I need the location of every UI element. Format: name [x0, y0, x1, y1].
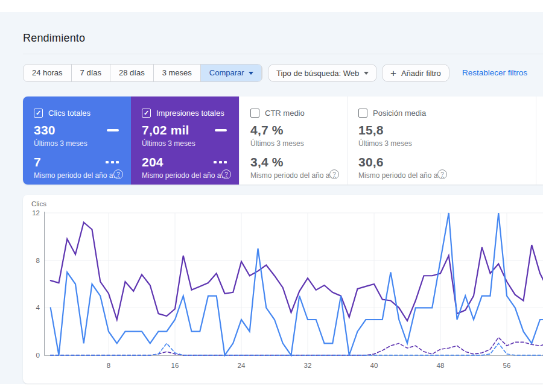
help-icon[interactable]: ? [113, 169, 123, 179]
cards-end-divider [536, 96, 536, 185]
dashed-line-icon [214, 161, 227, 163]
solid-line-icon [215, 129, 227, 131]
y-tick-label: 12 [32, 209, 40, 217]
line-clicks-previous [51, 343, 543, 355]
check-icon: ✓ [144, 110, 149, 116]
y-tick-label: 0 [36, 352, 40, 359]
metric-value-previous: 30,6 [358, 155, 384, 169]
check-icon: ✓ [36, 110, 41, 116]
metric-value-previous: 7 [34, 155, 41, 169]
tab-3-meses[interactable]: 3 meses [153, 65, 200, 81]
help-icon[interactable]: ? [437, 169, 447, 179]
tab-7-dias[interactable]: 7 días [71, 65, 110, 81]
ctr-checkbox[interactable] [250, 109, 259, 118]
x-tick-label: 56 [503, 362, 511, 369]
search-type-label: Tipo de búsqueda: Web [276, 69, 359, 78]
metric-period-previous: Mismo periodo del año a… [142, 171, 229, 180]
metric-value-current: 15,8 [358, 123, 384, 138]
metric-label: CTR medio [265, 109, 305, 118]
y-axis-title: Clics [31, 200, 46, 207]
chevron-down-icon [249, 72, 253, 75]
metric-card-clicks[interactable]: ✓ Clics totales 330 Últimos 3 meses 7 Mi… [23, 96, 131, 185]
clicks-checkbox[interactable]: ✓ [34, 109, 43, 118]
metric-value-current: 4,7 % [250, 123, 284, 138]
date-range-control: 24 horas 7 días 28 días 3 meses Comparar [23, 64, 262, 82]
metric-value-current: 330 [34, 123, 56, 138]
reset-filters-link[interactable]: Restablecer filtros [462, 64, 527, 82]
compare-dropdown[interactable]: Comparar [200, 65, 262, 81]
metric-card-ctr[interactable]: CTR medio 4,7 % Últimos 3 meses 3,4 % Mi… [239, 96, 347, 185]
add-filter-button[interactable]: + Añadir filtro [382, 64, 449, 82]
metric-label: Posición media [373, 109, 426, 118]
metric-card-impressions[interactable]: ✓ Impresiones totales 7,02 mil Últimos 3… [131, 96, 239, 185]
compare-label: Comparar [209, 65, 244, 81]
metric-period-current: Últimos 3 meses [358, 139, 445, 148]
impressions-checkbox[interactable]: ✓ [142, 109, 151, 118]
metric-period-previous: Mismo periodo del año a… [34, 171, 121, 180]
metric-period-current: Últimos 3 meses [250, 139, 337, 148]
y-tick-label: 8 [36, 257, 40, 264]
metric-value-previous: 3,4 % [250, 155, 284, 169]
filter-toolbar: 24 horas 7 días 28 días 3 meses Comparar… [0, 64, 543, 82]
tab-24-horas[interactable]: 24 horas [24, 65, 71, 81]
x-tick-label: 48 [437, 362, 445, 369]
x-tick-label: 8 [107, 362, 110, 369]
x-tick-label: 32 [304, 362, 312, 369]
metric-cards-row: ✓ Clics totales 330 Últimos 3 meses 7 Mi… [23, 96, 543, 185]
dashed-line-icon [106, 161, 119, 163]
x-tick-label: 16 [171, 362, 179, 369]
performance-page: Rendimiento 24 horas 7 días 28 días 3 me… [0, 12, 543, 384]
help-icon[interactable]: ? [329, 169, 339, 179]
metric-period-previous: Mismo periodo del año a… [358, 171, 445, 180]
header-divider [23, 54, 543, 54]
metric-value-previous: 204 [142, 155, 164, 169]
metric-label: Clics totales [48, 109, 91, 118]
solid-line-icon [107, 129, 119, 131]
metric-period-previous: Mismo periodo del año a… [250, 171, 337, 180]
cards-filler [455, 96, 543, 185]
performance-chart-card: Clics816243240485604812 [23, 195, 543, 384]
add-filter-label: Añadir filtro [401, 69, 441, 78]
search-type-dropdown[interactable]: Tipo de búsqueda: Web [268, 64, 377, 82]
position-checkbox[interactable] [358, 109, 367, 118]
performance-chart: Clics816243240485604812 [23, 195, 543, 384]
help-icon[interactable]: ? [221, 169, 231, 179]
x-tick-label: 24 [238, 362, 246, 369]
metric-period-current: Últimos 3 meses [34, 139, 121, 148]
chevron-down-icon [364, 72, 369, 75]
metric-period-current: Últimos 3 meses [142, 139, 229, 148]
metric-label: Impresiones totales [156, 109, 224, 118]
y-tick-label: 4 [36, 304, 40, 311]
metric-value-current: 7,02 mil [142, 123, 189, 138]
x-tick-label: 40 [370, 362, 378, 369]
tab-28-dias[interactable]: 28 días [110, 65, 153, 81]
toolbar-separator [261, 67, 262, 79]
line-impressions-previous [51, 338, 543, 356]
plus-icon: + [390, 68, 396, 78]
metric-card-position[interactable]: Posición media 15,8 Últimos 3 meses 30,6… [347, 96, 455, 185]
page-title: Rendimiento [23, 32, 85, 45]
